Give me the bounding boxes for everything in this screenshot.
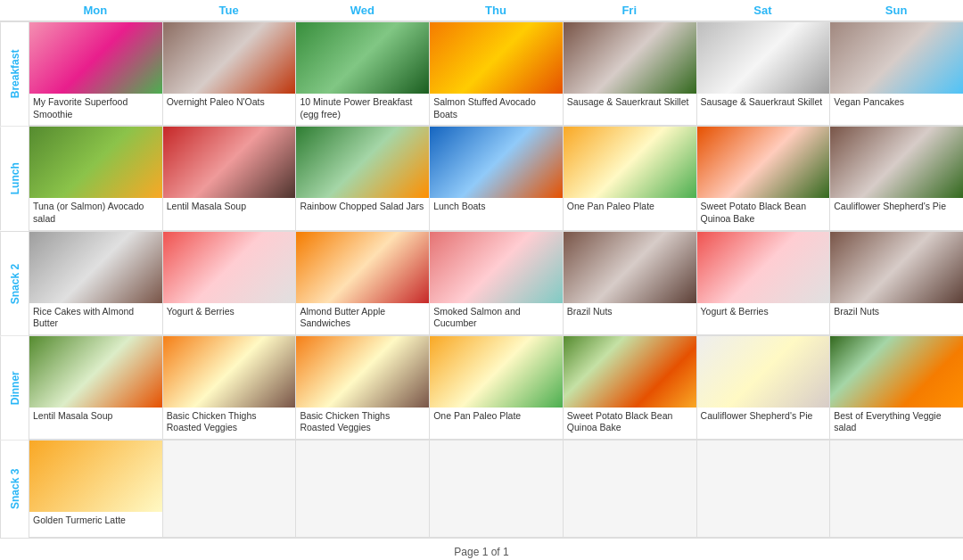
- meal-title-s1-c6: Cauliflower Shepherd's Pie: [830, 198, 963, 223]
- day-header-sun: Sun: [829, 0, 963, 21]
- meal-cell-s0-c6[interactable]: Vegan Pancakes: [830, 22, 963, 119]
- section-label-4: Snack 3: [0, 441, 29, 538]
- meal-cell-s2-c3[interactable]: Smoked Salmon and Cucumber: [430, 232, 563, 334]
- meal-cell-s2-c0[interactable]: Rice Cakes with Almond Butter: [29, 232, 162, 334]
- empty-cell-s4-r0-c3: [430, 441, 563, 537]
- section-3-col-3: One Pan Paleo Plate: [429, 336, 563, 440]
- meal-image-s1-c4: [564, 127, 696, 198]
- empty-cell-s4-r0-c5: [697, 441, 830, 537]
- meal-title-s1-c0: Tuna (or Salmon) Avocado salad: [29, 198, 162, 229]
- meal-image-s3-c2: [296, 336, 429, 408]
- meal-image-s1-c6: [830, 127, 963, 198]
- page-label: Page 1 of 1: [454, 546, 508, 558]
- meal-cell-s0-c5[interactable]: Sausage & Sauerkraut Skillet: [697, 22, 830, 119]
- meal-image-s3-c1: [163, 336, 296, 408]
- meal-image-s0-c3: [430, 22, 563, 94]
- section-4-col-6: [829, 441, 963, 538]
- meal-image-s0-c2: [296, 22, 429, 94]
- meal-title-s1-c4: One Pan Paleo Plate: [564, 198, 696, 223]
- section-4-col-5: [696, 441, 830, 538]
- meal-cell-s3-c1[interactable]: Basic Chicken ThighsRoasted Veggies: [163, 336, 296, 439]
- section-label-3: Dinner: [0, 336, 29, 440]
- sections-container: BreakfastMy Favorite Superfood SmoothieO…: [0, 21, 963, 538]
- meal-title-s0-c1: Overnight Paleo N'Oats: [163, 94, 296, 119]
- meal-image-s2-c5: [697, 232, 830, 303]
- meal-title-s3-c5: Cauliflower Shepherd's Pie: [697, 408, 830, 432]
- section-label-1: Lunch: [0, 127, 29, 230]
- meal-title-s2-c2: Almond Butter Apple Sandwiches: [296, 303, 429, 334]
- meal-cell-s3-c4[interactable]: Sweet Potato Black Bean Quinoa Bake: [564, 336, 696, 439]
- meal-title-s0-c3: Salmon Stuffed Avocado Boats: [430, 94, 563, 125]
- meal-cell-s0-c4[interactable]: Sausage & Sauerkraut Skillet: [564, 22, 696, 119]
- section-1-col-4: One Pan Paleo Plate: [563, 127, 696, 230]
- meal-cell-s1-c6[interactable]: Cauliflower Shepherd's Pie: [830, 127, 963, 223]
- empty-cell-s4-r0-c2: [296, 441, 429, 537]
- meal-cell-s3-c5[interactable]: Cauliflower Shepherd's Pie: [697, 336, 830, 432]
- section-1-col-6: Cauliflower Shepherd's Pie: [829, 127, 963, 230]
- section-1-col-5: Sweet Potato Black Bean Quinoa Bake: [696, 127, 830, 230]
- meal-image-s1-c1: [163, 127, 296, 198]
- meal-image-s1-c3: [430, 127, 563, 198]
- meal-cell-s1-c0[interactable]: Tuna (or Salmon) Avocado salad: [29, 127, 162, 229]
- meal-title-s2-c5: Yogurt & Berries: [697, 303, 830, 328]
- section-0-col-3: Salmon Stuffed Avocado Boats: [429, 22, 563, 126]
- meal-image-s1-c2: [296, 127, 429, 198]
- section-1-col-2: Rainbow Chopped Salad Jars: [295, 127, 429, 230]
- meal-image-s2-c2: [296, 232, 429, 303]
- meal-cell-s3-c2[interactable]: Basic Chicken ThighsRoasted Veggies: [296, 336, 429, 439]
- section-2-col-6: Brazil Nuts: [829, 232, 963, 335]
- meal-title-s3-c4: Sweet Potato Black Bean Quinoa Bake: [564, 408, 696, 439]
- meal-cell-s3-c0[interactable]: Lentil Masala Soup: [29, 336, 162, 432]
- meal-title-s2-c1: Yogurt & Berries: [163, 303, 296, 328]
- day-header-wed: Wed: [295, 0, 429, 21]
- meal-title-s3-c6: Best of Everything Veggie salad: [830, 408, 963, 439]
- footer: Page 1 of 1: [0, 538, 963, 560]
- meal-cell-s2-c1[interactable]: Yogurt & Berries: [163, 232, 296, 328]
- section-breakfast: BreakfastMy Favorite Superfood SmoothieO…: [0, 21, 963, 126]
- day-header-thu: Thu: [429, 0, 563, 21]
- section-0-col-0: My Favorite Superfood Smoothie: [29, 22, 162, 126]
- meal-title-s0-c0: My Favorite Superfood Smoothie: [29, 94, 162, 125]
- section-0-col-5: Sausage & Sauerkraut Skillet: [696, 22, 830, 126]
- section-2-col-0: Rice Cakes with Almond Butter: [29, 232, 162, 335]
- meal-cell-s1-c5[interactable]: Sweet Potato Black Bean Quinoa Bake: [697, 127, 830, 229]
- meal-cell-s0-c3[interactable]: Salmon Stuffed Avocado Boats: [430, 22, 563, 125]
- meal-cell-s2-c2[interactable]: Almond Butter Apple Sandwiches: [296, 232, 429, 334]
- section-label-0: Breakfast: [0, 22, 29, 126]
- meal-image-s2-c0: [29, 232, 162, 303]
- section-3-col-2: Basic Chicken ThighsRoasted Veggies: [295, 336, 429, 440]
- corner-cell: [0, 0, 29, 21]
- meal-cell-s1-c1[interactable]: Lentil Masala Soup: [163, 127, 296, 223]
- meal-cell-s0-c2[interactable]: 10 Minute Power Breakfast (egg free): [296, 22, 429, 125]
- meal-cell-s4-c0[interactable]: Golden Turmeric Latte: [29, 441, 162, 537]
- section-0-col-4: Sausage & Sauerkraut Skillet: [563, 22, 696, 126]
- section-0-col-2: 10 Minute Power Breakfast (egg free): [295, 22, 429, 126]
- meal-cell-s0-c0[interactable]: My Favorite Superfood Smoothie: [29, 22, 162, 125]
- meal-title-s3-c0: Lentil Masala Soup: [29, 408, 162, 432]
- section-2-col-5: Yogurt & Berries: [696, 232, 830, 335]
- meal-cell-s3-c6[interactable]: Best of Everything Veggie salad: [830, 336, 963, 439]
- meal-cell-s2-c5[interactable]: Yogurt & Berries: [697, 232, 830, 328]
- section-lunch: LunchTuna (or Salmon) Avocado saladLenti…: [0, 126, 963, 230]
- meal-cell-s2-c4[interactable]: Brazil Nuts: [564, 232, 696, 328]
- meal-title-s3-c1: Basic Chicken ThighsRoasted Veggies: [163, 408, 296, 439]
- empty-cell-s4-r0-c6: [830, 441, 963, 537]
- meal-cell-s2-c6[interactable]: Brazil Nuts: [830, 232, 963, 328]
- meal-cell-s3-c3[interactable]: One Pan Paleo Plate: [430, 336, 563, 432]
- meal-cell-s1-c2[interactable]: Rainbow Chopped Salad Jars: [296, 127, 429, 223]
- meal-title-s0-c4: Sausage & Sauerkraut Skillet: [564, 94, 696, 119]
- meal-cell-s1-c3[interactable]: Lunch Boats: [430, 127, 563, 223]
- meal-title-s1-c5: Sweet Potato Black Bean Quinoa Bake: [697, 198, 830, 229]
- meal-cell-s0-c1[interactable]: Overnight Paleo N'Oats: [163, 22, 296, 119]
- header-row: Mon Tue Wed Thu Fri Sat Sun: [0, 0, 963, 21]
- meal-title-s3-c3: One Pan Paleo Plate: [430, 408, 563, 432]
- meal-title-s2-c0: Rice Cakes with Almond Butter: [29, 303, 162, 334]
- meal-cell-s1-c4[interactable]: One Pan Paleo Plate: [564, 127, 696, 223]
- day-header-fri: Fri: [563, 0, 696, 21]
- section-1-col-3: Lunch Boats: [429, 127, 563, 230]
- section-3-col-5: Cauliflower Shepherd's Pie: [696, 336, 830, 440]
- section-0-col-6: Vegan Pancakes: [829, 22, 963, 126]
- meal-image-s0-c0: [29, 22, 162, 94]
- meal-image-s3-c4: [564, 336, 696, 408]
- day-header-mon: Mon: [29, 0, 162, 21]
